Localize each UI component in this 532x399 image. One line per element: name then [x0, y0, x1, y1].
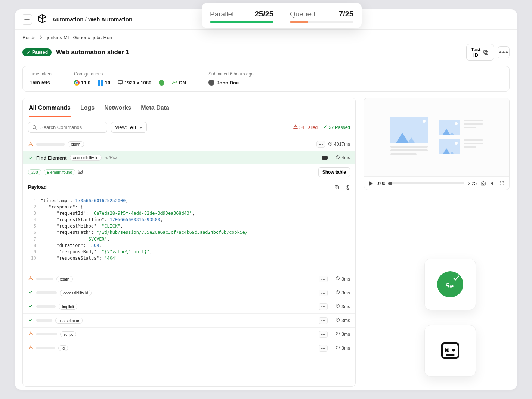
- row-more-button[interactable]: •••: [319, 303, 328, 310]
- svg-rect-0: [485, 51, 488, 54]
- author: John Doe: [208, 80, 254, 86]
- row-duration: 3ms: [331, 345, 350, 351]
- menu-toggle[interactable]: [22, 14, 32, 25]
- chevron-right-icon: [39, 35, 43, 40]
- command-placeholder: [36, 291, 57, 294]
- parallel-label: Parallel: [210, 10, 233, 18]
- command-row[interactable]: accessibility id•••3ms: [23, 286, 355, 300]
- queued-value: 7/25: [339, 10, 353, 18]
- tab-all-commands[interactable]: All Commands: [29, 105, 71, 117]
- search-input[interactable]: [40, 124, 103, 130]
- fullscreen-button[interactable]: [499, 180, 505, 186]
- browser-chip: 11.0: [74, 80, 90, 86]
- os-chip: 10: [98, 80, 110, 86]
- warn-icon: [28, 345, 33, 351]
- local-tunnel-icon: [172, 80, 177, 86]
- tab-meta-data[interactable]: Meta Data: [141, 105, 169, 117]
- app-breadcrumb: Automation / Web Automation: [52, 16, 132, 22]
- check-icon: [26, 50, 30, 55]
- locator-tag: css selector: [55, 318, 83, 324]
- locator-tag: xpath: [68, 141, 84, 147]
- command-placeholder: [36, 305, 56, 308]
- row-duration: 3ms: [331, 318, 350, 323]
- time-taken-label: Time taken: [30, 71, 52, 77]
- parallel-value: 25/25: [255, 10, 273, 18]
- row-duration: 3ms: [331, 304, 350, 309]
- test-id-button[interactable]: Test ID: [466, 44, 494, 61]
- video-panel: 0:00 2:25: [364, 98, 510, 190]
- selenium-icon: Se: [445, 281, 454, 291]
- failed-count: 54 Failed: [293, 124, 318, 130]
- region-chip: [159, 80, 164, 86]
- keyboard-icon: [322, 156, 328, 160]
- logo-icon: [37, 14, 47, 25]
- warn-icon: [28, 142, 33, 146]
- row-more-button[interactable]: •••: [319, 290, 328, 296]
- copy-icon: [483, 49, 489, 56]
- search-icon: [32, 125, 37, 130]
- row-more-button[interactable]: •••: [319, 331, 328, 338]
- locator-tag: xpath: [56, 276, 73, 282]
- command-row-selected[interactable]: Find Element accessibility-id urlBox 4ms: [23, 151, 355, 164]
- row-more-button[interactable]: •••: [316, 141, 325, 148]
- tab-logs[interactable]: Logs: [80, 105, 95, 117]
- selenium-card: Se: [424, 259, 476, 310]
- resolution-chip: 1920 x 1080: [118, 80, 151, 86]
- breadcrumb-root[interactable]: Builds: [22, 35, 35, 40]
- command-row[interactable]: id•••3ms: [23, 341, 355, 355]
- screenshot-button[interactable]: [480, 180, 486, 186]
- svg-rect-19: [481, 182, 485, 185]
- command-row[interactable]: css selector•••3ms: [23, 314, 355, 328]
- queued-bar: [290, 21, 353, 23]
- locator-value: urlBox: [105, 155, 117, 160]
- row-duration: 3ms: [331, 276, 350, 282]
- row-duration: 4017ms: [328, 142, 350, 147]
- dark-mode-button[interactable]: [345, 185, 350, 190]
- search-input-wrap[interactable]: [28, 122, 107, 133]
- command-row[interactable]: implicit•••3ms: [23, 300, 355, 314]
- locator-tag: accessibility id: [60, 290, 92, 296]
- screen-icon: [118, 80, 123, 86]
- http-status: 200: [28, 169, 41, 175]
- copy-payload-button[interactable]: [334, 185, 340, 190]
- svg-point-20: [482, 183, 484, 184]
- more-actions-button[interactable]: [498, 46, 510, 58]
- warn-icon: [28, 276, 33, 282]
- check-icon: [28, 290, 33, 296]
- video-scrubber[interactable]: [389, 182, 464, 184]
- screenshot-thumb-icon[interactable]: [78, 169, 83, 176]
- tab-networks[interactable]: Networks: [104, 105, 131, 117]
- dots-icon: [498, 47, 509, 58]
- video-frame-placeholder-icon: [439, 139, 460, 154]
- svg-point-4: [506, 51, 508, 53]
- svg-point-2: [499, 51, 502, 53]
- command-row[interactable]: xpath ••• 4017ms: [23, 137, 355, 151]
- show-table-button[interactable]: Show table: [318, 167, 350, 177]
- row-more-button[interactable]: •••: [319, 317, 328, 324]
- play-button[interactable]: [369, 181, 373, 186]
- check-icon: [28, 318, 33, 323]
- command-placeholder: [36, 278, 53, 280]
- robot-icon: [438, 338, 462, 364]
- row-more-button[interactable]: •••: [319, 345, 328, 352]
- command-placeholder: [36, 319, 52, 322]
- row-more-button[interactable]: •••: [319, 276, 328, 282]
- video-total-time: 2:25: [468, 181, 477, 186]
- status-badge: Passed: [22, 48, 52, 56]
- region-icon: [159, 80, 164, 86]
- app-name: Automation: [52, 16, 83, 22]
- command-row[interactable]: script•••3ms: [23, 328, 355, 341]
- volume-button[interactable]: [490, 180, 495, 186]
- view-select[interactable]: View: All: [111, 122, 147, 133]
- command-placeholder: [36, 333, 57, 335]
- svg-point-21: [452, 349, 455, 351]
- element-found-badge: Element found: [44, 169, 76, 175]
- locator-tag: id: [58, 345, 68, 351]
- robot-card: [424, 325, 476, 377]
- parallel-bar: [210, 21, 273, 23]
- queued-label: Queued: [290, 10, 315, 18]
- breadcrumb-build[interactable]: jenkins-ML_Generic_jobs-Run: [47, 35, 112, 40]
- svg-point-6: [33, 125, 36, 129]
- svg-rect-5: [118, 81, 122, 84]
- command-row[interactable]: xpath•••3ms: [23, 272, 355, 286]
